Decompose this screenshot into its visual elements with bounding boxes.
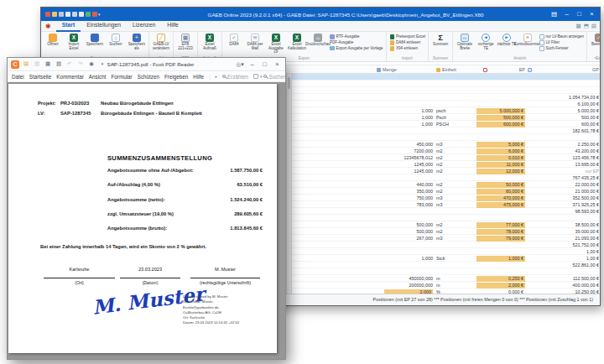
menu-item[interactable]: Ansicht: [89, 74, 107, 80]
ribbon-tab[interactable]: Lizenzen: [127, 20, 161, 32]
chevron-right-icon[interactable]: ▸: [216, 74, 218, 79]
menu-item[interactable]: Kommentar: [56, 74, 84, 80]
ribbon-button[interactable]: Summen: [430, 33, 450, 47]
pdf-titlebar[interactable]: SAP-1287345.pdf - Foxit PDF Reader ◎▾ – …: [8, 58, 285, 71]
ribbon-button[interactable]: Suchen: [106, 33, 126, 50]
menu-item[interactable]: Schützen: [138, 74, 159, 80]
ribbon-group-summen: Summen Summen: [429, 32, 453, 61]
close-icon[interactable]: ×: [586, 8, 598, 21]
quick-access-icon[interactable]: [92, 12, 97, 17]
ribbon-button[interactable]: Druckvorschau: [308, 33, 328, 55]
chevron-down-icon[interactable]: ▾: [98, 12, 101, 17]
maximize-icon[interactable]: □: [258, 58, 271, 71]
ribbon-group-ansicht: Optimale Breite vorherige TE nächste TE …: [453, 32, 587, 61]
ribbon-tab[interactable]: Einstellungen: [81, 20, 127, 32]
einheit-cell: [436, 269, 470, 275]
lv-name: Bürogebäude Ettlingen - Bauteil B Komple…: [101, 111, 202, 116]
menu-item[interactable]: Datei: [12, 74, 24, 80]
minimize-icon[interactable]: –: [246, 58, 258, 71]
ribbon-small-button[interactable]: PDF-Ausgabe: [330, 40, 383, 44]
window-layout-icons[interactable]: ▦⬒▤: [576, 23, 596, 29]
ribbon-button[interactable]: Speichern: [85, 33, 105, 50]
quick-access-icon[interactable]: [59, 12, 64, 17]
layout-icon[interactable]: ▤: [591, 23, 596, 29]
ribbon-tab[interactable]: Hilfe: [161, 20, 185, 32]
menu-item[interactable]: Hilfe: [193, 74, 204, 80]
toolbar-icon[interactable]: [11, 60, 19, 69]
toolbar-icon[interactable]: [55, 60, 63, 69]
ribbon-button[interactable]: Excel Ausgabe LV: [266, 33, 286, 55]
gaeb-titlebar[interactable]: ▾ GAEB Online 2023 (9.2.0.1 x64) - GAEB …: [41, 8, 600, 21]
quick-access-icon[interactable]: [72, 12, 77, 17]
column-header-menge[interactable]: Menge: [377, 65, 397, 74]
ribbon-tab[interactable]: Start: [56, 20, 81, 32]
ribbon-button[interactable]: Import Excel: [64, 33, 84, 50]
ribbon-button[interactable]: Kontrollsummen: [518, 33, 538, 50]
handwritten-signature: M. Muster: [91, 284, 185, 318]
menu-item[interactable]: Formular: [112, 74, 133, 80]
ribbon-button[interactable]: Excel Kalkulation: [287, 33, 307, 55]
account-icon[interactable]: ◎▾: [234, 58, 246, 71]
project-name: Neubau Bürogebäude Ettlingen: [101, 101, 174, 106]
scrollbar-thumb[interactable]: [288, 77, 290, 89]
ribbon-small-button[interactable]: Export Ausgabe per Vorlage: [330, 46, 383, 51]
ribbon-checkbox[interactable]: nur LV-Baum anzeigen: [539, 34, 584, 39]
menge-cell: [351, 135, 433, 141]
ribbon-collapse-icon[interactable]: ^: [594, 56, 596, 61]
menge-cell: 500,000: [351, 222, 433, 228]
layout-icon[interactable]: ▦: [576, 23, 581, 29]
search-box[interactable]: ▾ Suchen: [253, 74, 285, 80]
ribbon-button[interactable]: DA84: [224, 33, 244, 55]
einheit-cell: [436, 242, 470, 248]
toolbar-icon[interactable]: [76, 60, 85, 69]
gp-cell: [531, 216, 599, 221]
pdf-window-title: SAP-1287345.pdf - Foxit PDF Reader: [96, 61, 206, 67]
quick-access-icon[interactable]: [45, 12, 50, 17]
menu-item[interactable]: Startseite: [29, 74, 52, 80]
theme-icon[interactable]: ▤: [548, 8, 560, 21]
gp-cell: 13.695,00 €: [531, 162, 599, 168]
gp-cell: 522.861,00 €: [531, 263, 599, 268]
toolbar-icon[interactable]: [22, 60, 30, 69]
pdf-page: Projekt: PRJ-03/2023 Neubau Bürogebäude …: [8, 84, 277, 353]
toolbar-icon[interactable]: [87, 60, 96, 69]
close-icon[interactable]: ×: [271, 58, 284, 71]
maximize-icon[interactable]: □: [573, 8, 586, 21]
toolbar-icon[interactable]: [33, 60, 41, 69]
einheit-cell: m2: [436, 162, 470, 168]
ribbon-button-icon: [595, 34, 600, 42]
divider: |: [209, 74, 211, 80]
column-header-einheit[interactable]: Einheit: [436, 65, 456, 74]
ribbon-button[interactable]: Optimale Breite: [455, 33, 475, 50]
quick-access-icon[interactable]: [65, 12, 70, 17]
ribbon-button[interactable]: GAEB-LV verändern: [151, 33, 171, 50]
ribbon-button[interactable]: EFB 221+223: [175, 33, 195, 50]
ribbon-small-button[interactable]: DA84 einlesen: [390, 40, 426, 45]
quick-access-icon[interactable]: [52, 12, 57, 17]
vertical-scrollbar[interactable]: [286, 74, 292, 295]
ribbon-button[interactable]: DA84 per Mail: [245, 33, 265, 55]
einheit-cell: PSCH: [436, 122, 470, 127]
layout-icon[interactable]: ⬒: [584, 23, 589, 29]
ribbon-button[interactable]: Speichern als: [127, 33, 147, 50]
ribbon-small-button[interactable]: X94 einlesen: [390, 46, 426, 51]
toolbar-icon[interactable]: [44, 60, 52, 69]
minimize-icon[interactable]: –: [560, 8, 573, 21]
ribbon-checkbox[interactable]: LV Filter: [539, 40, 584, 45]
ribbon-button[interactable]: Excel Aufmaß: [200, 33, 220, 50]
quick-access-icon[interactable]: [86, 12, 91, 17]
ribbon-button[interactable]: Öffnen: [43, 33, 63, 50]
column-header-gp[interactable]: GP: [531, 65, 599, 74]
gp-cell: 521.752,00 €: [531, 242, 599, 248]
ribbon-checkbox[interactable]: Such-Fenster: [539, 46, 584, 51]
ribbon-button[interactable]: vorherige TE: [476, 33, 496, 50]
flag-icon[interactable]: [483, 65, 489, 74]
menu-item[interactable]: Freigeben: [164, 74, 188, 80]
ribbon-small-button[interactable]: RTF-Ausgabe: [330, 34, 383, 39]
tellme-box[interactable]: Erzählen: [222, 74, 248, 80]
toolbar-icon[interactable]: [65, 60, 74, 69]
ribbon-button[interactable]: Beenden: [589, 33, 600, 47]
column-header-ep[interactable]: EP: [494, 65, 525, 74]
quick-access-icon[interactable]: [79, 12, 84, 17]
ribbon-small-button[interactable]: Preisexport Excel: [390, 34, 426, 39]
